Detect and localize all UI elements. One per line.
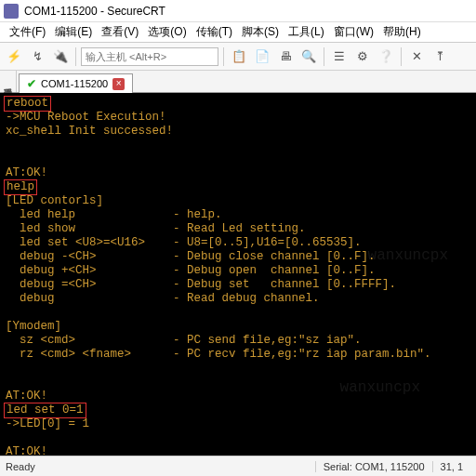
term-line: debug - Read debug channel.	[6, 292, 320, 305]
separator	[401, 47, 402, 66]
separator	[223, 47, 224, 66]
menubar: 文件(F) 编辑(E) 查看(V) 选项(O) 传输(T) 脚本(S) 工具(L…	[0, 22, 476, 43]
term-line: [Ymodem]	[6, 320, 61, 333]
connect-icon[interactable]: ⚡	[4, 46, 24, 67]
hl-help: help	[4, 179, 37, 195]
check-icon: ✔	[27, 77, 36, 90]
term-line: debug +<CH> - Debug open channel [0..F].	[6, 264, 376, 277]
terminal[interactable]: reboot ->MCU Reboot Execution! xc_shell …	[0, 93, 476, 456]
separator	[324, 47, 324, 66]
term-line: ->MCU Reboot Execution!	[6, 111, 166, 124]
menu-view[interactable]: 查看(V)	[98, 23, 142, 41]
term-line: [LED contorls]	[6, 194, 103, 207]
options-icon[interactable]: ⚙	[352, 46, 373, 67]
menu-edit[interactable]: 编辑(E)	[51, 23, 96, 41]
term-line: debug =<CH> - Debug set channel [0..FFFF…	[6, 278, 396, 291]
toolbar: ⚡ ↯ 🔌 📋 📄 🖶 🔍 ☰ ⚙ ❔ ✕ ⤒	[0, 43, 476, 71]
term-line: led set <U8>=<U16> - U8=[0..5],U16=[0..6…	[6, 236, 362, 249]
host-input[interactable]	[81, 47, 218, 66]
tab-label: COM1-115200	[41, 78, 108, 89]
hl-ledset1: led set 0=1	[4, 403, 86, 418]
quick-connect-icon[interactable]: ↯	[27, 46, 47, 67]
status-rowcol: 31, 1	[432, 461, 470, 472]
find-icon[interactable]: 🔍	[298, 46, 319, 67]
separator	[75, 47, 76, 66]
statusbar: Ready Serial: COM1, 115200 31, 1	[0, 456, 476, 476]
term-line: debug -<CH> - Debug close channel [0..F]…	[6, 250, 376, 263]
copy-icon[interactable]: 📋	[229, 46, 249, 67]
menu-tools[interactable]: 工具(L)	[284, 23, 328, 41]
disconnect-icon[interactable]: 🔌	[50, 46, 71, 67]
status-ready: Ready	[6, 461, 35, 472]
print-icon[interactable]: 🖶	[275, 46, 296, 67]
y-icon[interactable]: ⤒	[430, 46, 450, 67]
session-manager-tab[interactable]: 会话管理器	[0, 71, 17, 92]
term-line: ->LED[0] = 1	[6, 417, 89, 430]
status-serial: Serial: COM1, 115200	[315, 461, 432, 472]
term-line: AT:OK!	[6, 445, 47, 456]
help-icon[interactable]: ❔	[376, 46, 396, 67]
term-line: AT:OK!	[6, 166, 47, 179]
menu-window[interactable]: 窗口(W)	[330, 23, 377, 41]
watermark: wanxuncpx	[368, 249, 448, 263]
menu-options[interactable]: 选项(O)	[144, 23, 190, 41]
term-line: sz <cmd> - PC send file,eg:"sz iap".	[6, 334, 362, 347]
term-line: rz <cmd> <fname> - PC recv file,eg:"rz i…	[6, 348, 431, 361]
menu-file[interactable]: 文件(F)	[6, 23, 49, 41]
tabbar: 会话管理器 ✔ COM1-115200 ×	[0, 71, 476, 93]
watermark: wanxuncpx	[340, 381, 420, 395]
app-icon	[4, 4, 19, 19]
window-title: COM1-115200 - SecureCRT	[24, 5, 165, 18]
close-icon[interactable]: ×	[112, 78, 125, 90]
term-line: led show - Read Led setting.	[6, 222, 306, 235]
term-line: led help - help.	[6, 208, 222, 221]
titlebar: COM1-115200 - SecureCRT	[0, 0, 476, 22]
x-icon[interactable]: ✕	[406, 46, 427, 67]
menu-transfer[interactable]: 传输(T)	[192, 23, 236, 41]
menu-script[interactable]: 脚本(S)	[238, 23, 283, 41]
term-line: xc_shell Init successed!	[6, 125, 173, 138]
session-tab[interactable]: ✔ COM1-115200 ×	[19, 73, 133, 93]
menu-help[interactable]: 帮助(H)	[379, 23, 425, 41]
hl-reboot: reboot	[4, 96, 51, 112]
paste-icon[interactable]: 📄	[252, 46, 272, 67]
term-line: AT:OK!	[6, 390, 47, 403]
properties-icon[interactable]: ☰	[329, 46, 350, 67]
